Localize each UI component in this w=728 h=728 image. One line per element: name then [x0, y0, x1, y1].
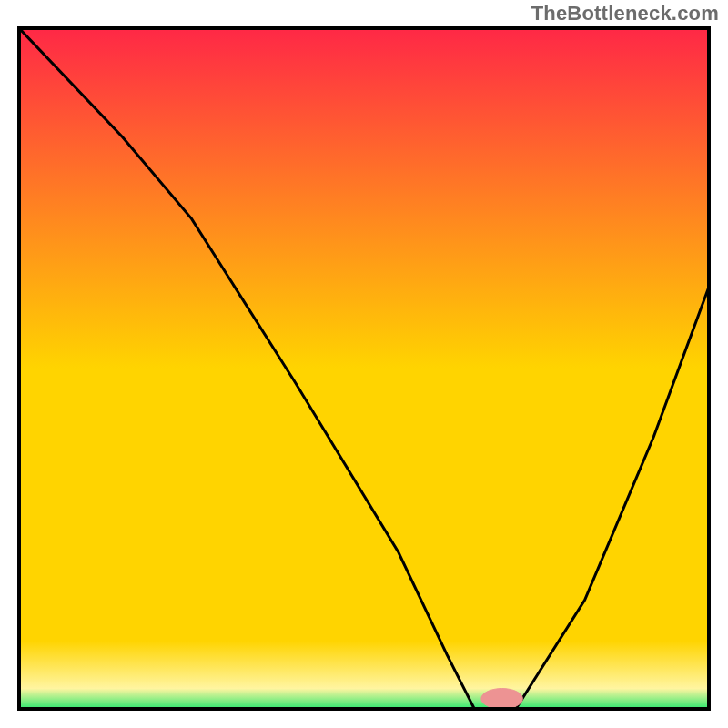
watermark-text: TheBottleneck.com: [531, 2, 719, 25]
bottleneck-chart: [0, 0, 728, 728]
optimal-point-marker: [481, 689, 522, 709]
chart-container: { "watermark": "TheBottleneck.com", "col…: [0, 0, 728, 728]
chart-background-gradient: [19, 28, 709, 709]
